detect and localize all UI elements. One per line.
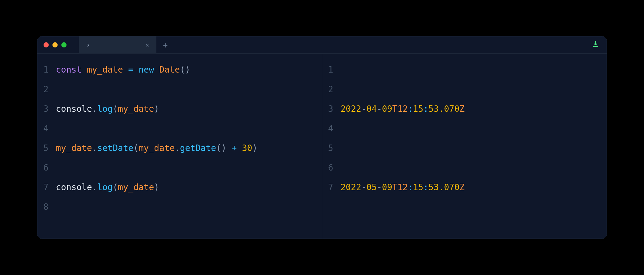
maximize-window-button[interactable] [61, 42, 67, 47]
token: log [97, 104, 113, 114]
line-number: 1 [37, 65, 56, 75]
download-icon[interactable] [592, 40, 599, 50]
token: my_date [118, 104, 154, 114]
line-number: 7 [322, 182, 341, 192]
output-line: 2 [322, 79, 607, 99]
code-content: 2022-05-09T12:15:53.070Z [341, 182, 607, 192]
line-number: 7 [37, 182, 56, 192]
line-number: 3 [37, 104, 56, 114]
token: : [408, 182, 413, 192]
code-content: console.log(my_date) [56, 104, 322, 114]
titlebar: › × + [37, 36, 607, 54]
token: ( [113, 182, 118, 192]
token: 2022 [341, 104, 361, 114]
token: . [92, 182, 97, 192]
token: ( [113, 104, 118, 114]
token: + [232, 143, 237, 153]
token: - [361, 104, 366, 114]
token: my_date [87, 65, 123, 75]
line-number: 8 [37, 202, 56, 212]
output-line: 1 [322, 60, 607, 79]
token: setDate [97, 143, 133, 153]
tab-active[interactable]: › × [79, 36, 157, 53]
code-line: 7console.log(my_date) [37, 177, 322, 197]
output-line: 72022-05-09T12:15:53.070Z [322, 177, 607, 197]
code-line: 1const my_date = new Date() [37, 60, 322, 79]
token: . [92, 104, 97, 114]
code-content: const my_date = new Date() [56, 65, 322, 75]
token: . [175, 143, 180, 153]
code-content: 2022-04-09T12:15:53.070Z [341, 104, 607, 114]
line-number: 6 [37, 163, 56, 173]
close-window-button[interactable] [44, 42, 49, 47]
line-number: 4 [37, 123, 56, 134]
code-line: 3console.log(my_date) [37, 99, 322, 119]
token: 09 [382, 104, 392, 114]
token: : [423, 182, 428, 192]
token [82, 65, 87, 75]
line-number: 2 [37, 84, 56, 94]
code-content: my_date.setDate(my_date.getDate() + 30) [56, 143, 322, 153]
token: 15 [413, 104, 424, 114]
line-number: 4 [322, 123, 341, 134]
token: - [377, 104, 382, 114]
token: () [180, 65, 190, 75]
code-line: 8 [37, 197, 322, 217]
token: T12 [392, 182, 408, 192]
token [133, 65, 139, 75]
code-pane[interactable]: 1const my_date = new Date()23console.log… [37, 54, 322, 239]
token: 30 [242, 143, 252, 153]
token: 53.070 [428, 104, 459, 114]
token: = [128, 65, 133, 75]
token [123, 65, 128, 75]
token: console [56, 104, 92, 114]
token: const [56, 65, 82, 75]
token: Date [159, 65, 180, 75]
close-tab-icon[interactable]: × [145, 41, 149, 49]
token: - [361, 182, 366, 192]
token: 2022 [341, 182, 361, 192]
token: - [377, 182, 382, 192]
token: ) [252, 143, 258, 153]
code-line: 2 [37, 79, 322, 99]
line-number: 6 [322, 163, 341, 173]
line-number: 5 [322, 143, 341, 153]
token: log [97, 182, 113, 192]
editor-window: › × + 1const my_date = new Date()23conso… [37, 36, 607, 239]
token: : [408, 104, 413, 114]
code-content: console.log(my_date) [56, 182, 322, 192]
token: new [139, 65, 154, 75]
line-number: 2 [322, 84, 341, 94]
output-line: 6 [322, 158, 607, 177]
line-number: 1 [322, 65, 341, 75]
token: ( [133, 143, 139, 153]
token: my_date [118, 182, 154, 192]
tab-bar: › × + [79, 36, 174, 53]
token: my_date [56, 143, 92, 153]
token [154, 65, 159, 75]
token: . [92, 143, 97, 153]
output-pane: 1232022-04-09T12:15:53.070Z45672022-05-0… [322, 54, 607, 239]
output-line: 32022-04-09T12:15:53.070Z [322, 99, 607, 119]
token: 53.070 [428, 182, 459, 192]
token: : [423, 104, 428, 114]
token [237, 143, 242, 153]
code-line: 4 [37, 119, 322, 138]
token: 04 [366, 104, 377, 114]
line-number: 5 [37, 143, 56, 153]
line-number: 3 [322, 104, 341, 114]
editor-area: 1const my_date = new Date()23console.log… [37, 54, 607, 239]
token: my_date [139, 143, 175, 153]
tab-label: › [86, 41, 90, 49]
token: ) [154, 104, 159, 114]
token: T12 [392, 104, 408, 114]
minimize-window-button[interactable] [52, 42, 58, 47]
code-line: 6 [37, 158, 322, 177]
output-line: 4 [322, 119, 607, 138]
token: ) [154, 182, 159, 192]
new-tab-button[interactable]: + [157, 40, 174, 50]
token: getDate [180, 143, 216, 153]
window-controls [44, 42, 67, 47]
token: console [56, 182, 92, 192]
token: () [216, 143, 232, 153]
